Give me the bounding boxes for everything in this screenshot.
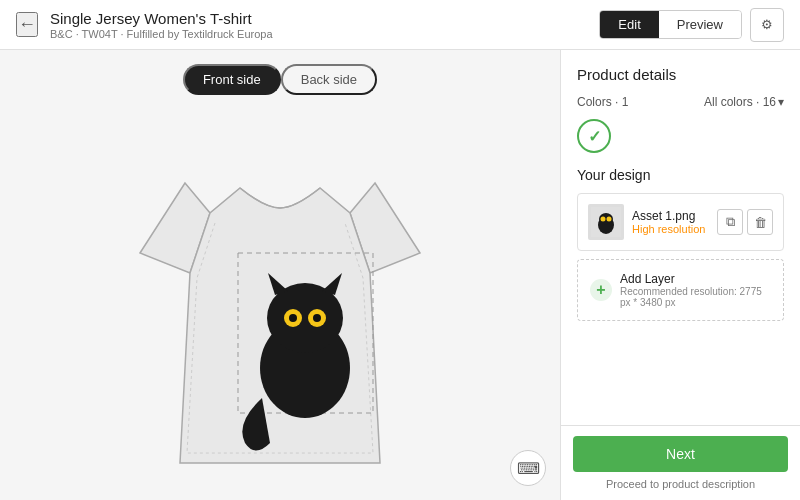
your-design-title: Your design — [577, 167, 784, 183]
main-content: Front side Back side — [0, 50, 800, 500]
svg-point-12 — [601, 217, 606, 222]
asset-thumbnail — [588, 204, 624, 240]
next-button[interactable]: Next — [573, 436, 788, 472]
keyboard-button[interactable]: ⌨ — [510, 450, 546, 486]
tshirt-area — [0, 105, 560, 500]
tshirt-illustration — [130, 133, 430, 473]
topbar-actions: Edit Preview ⚙ — [599, 8, 784, 42]
asset-actions: ⧉ 🗑 — [717, 209, 773, 235]
product-details-title: Product details — [577, 66, 784, 83]
add-layer-info: Add Layer Recommended resolution: 2775 p… — [620, 272, 771, 308]
all-colors-link[interactable]: All colors · 16 ▾ — [704, 95, 784, 109]
side-tabs: Front side Back side — [183, 64, 377, 95]
settings-button[interactable]: ⚙ — [750, 8, 784, 42]
asset-card: Asset 1.png High resolution ⧉ 🗑 — [577, 193, 784, 251]
canvas-panel: Front side Back side — [0, 50, 560, 500]
right-panel-content: Product details Colors · 1 All colors · … — [561, 50, 800, 425]
add-layer-icon: + — [590, 279, 612, 301]
proceed-text: Proceed to product description — [573, 478, 788, 490]
edit-preview-toggle: Edit Preview — [599, 10, 742, 39]
add-layer-title: Add Layer — [620, 272, 771, 286]
back-button[interactable]: ← — [16, 12, 38, 37]
topbar: ← Single Jersey Women's T-shirt B&C · TW… — [0, 0, 800, 50]
add-layer-subtitle: Recommended resolution: 2775 px * 3480 p… — [620, 286, 771, 308]
right-panel: Product details Colors · 1 All colors · … — [560, 50, 800, 500]
delete-icon: 🗑 — [754, 215, 767, 230]
page-title: Single Jersey Women's T-shirt — [50, 10, 599, 27]
edit-button[interactable]: Edit — [600, 11, 658, 38]
tab-front-side[interactable]: Front side — [183, 64, 281, 95]
plus-icon: + — [596, 281, 605, 299]
all-colors-text: All colors · 16 — [704, 95, 776, 109]
copy-asset-button[interactable]: ⧉ — [717, 209, 743, 235]
asset-quality: High resolution — [632, 223, 709, 235]
tab-back-side[interactable]: Back side — [281, 64, 377, 95]
svg-point-8 — [313, 314, 321, 322]
chevron-down-icon: ▾ — [778, 95, 784, 109]
preview-button[interactable]: Preview — [659, 11, 741, 38]
asset-info: Asset 1.png High resolution — [632, 209, 709, 235]
topbar-title-block: Single Jersey Women's T-shirt B&C · TW04… — [50, 10, 599, 40]
selected-color-swatch[interactable]: ✓ — [577, 119, 611, 153]
asset-thumb-image — [591, 207, 621, 237]
svg-point-13 — [607, 217, 612, 222]
colors-row: Colors · 1 All colors · 16 ▾ — [577, 95, 784, 109]
right-panel-bottom: Next Proceed to product description — [561, 425, 800, 500]
colors-label: Colors · 1 — [577, 95, 628, 109]
delete-asset-button[interactable]: 🗑 — [747, 209, 773, 235]
check-icon: ✓ — [588, 127, 601, 146]
page-subtitle: B&C · TW04T · Fulfilled by Textildruck E… — [50, 28, 599, 40]
svg-point-7 — [289, 314, 297, 322]
keyboard-icon: ⌨ — [517, 459, 540, 478]
add-layer-card[interactable]: + Add Layer Recommended resolution: 2775… — [577, 259, 784, 321]
gear-icon: ⚙ — [761, 17, 773, 32]
asset-name: Asset 1.png — [632, 209, 709, 223]
copy-icon: ⧉ — [726, 214, 735, 230]
